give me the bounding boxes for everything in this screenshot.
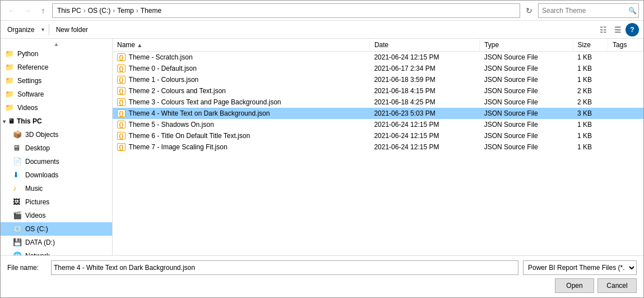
folder-icon bbox=[5, 76, 14, 85]
sidebar-item-pictures[interactable]: Pictures bbox=[1, 195, 112, 209]
table-row[interactable]: Theme 4 - White Text on Dark Background.… bbox=[113, 108, 643, 119]
file-area[interactable]: Name ▲ Date Type Size Tag bbox=[113, 39, 643, 255]
col-header-type[interactable]: Type bbox=[480, 39, 573, 52]
sidebar-item-reference[interactable]: Reference bbox=[1, 61, 112, 74]
sidebar-item-music[interactable]: Music bbox=[1, 182, 112, 195]
sidebar-item-label: Desktop bbox=[25, 144, 50, 152]
table-row[interactable]: Theme 7 - Image Scaling Fit.json 2021-06… bbox=[113, 141, 643, 153]
nav-forward-button[interactable]: → bbox=[21, 4, 34, 17]
cancel-button[interactable]: Cancel bbox=[597, 278, 637, 293]
file-name-cell: Theme 0 - Default.json bbox=[113, 63, 369, 74]
folder-icon bbox=[13, 171, 22, 180]
file-icon: Theme 7 - Image Scaling Fit.json bbox=[117, 143, 228, 151]
thispc-icon: 🖥 bbox=[8, 117, 15, 125]
file-name-cell: Theme 7 - Image Scaling Fit.json bbox=[113, 141, 369, 153]
folder-icon bbox=[13, 198, 22, 207]
table-row[interactable]: Theme 0 - Default.json 2021-06-17 2:34 P… bbox=[113, 63, 643, 74]
folder-icon bbox=[13, 157, 22, 166]
table-row[interactable]: Theme 1 - Colours.json 2021-06-18 3:59 P… bbox=[113, 74, 643, 85]
new-folder-button[interactable]: New folder bbox=[54, 25, 90, 35]
json-file-icon bbox=[117, 132, 126, 140]
json-file-icon bbox=[117, 98, 126, 106]
breadcrumb-thispc[interactable]: This PC bbox=[57, 7, 81, 15]
file-name: Theme 4 - White Text on Dark Background.… bbox=[129, 109, 270, 117]
table-row[interactable]: Theme 2 - Colours and Text.json 2021-06-… bbox=[113, 85, 643, 97]
breadcrumb-sep1: › bbox=[84, 7, 86, 15]
view-options-button[interactable]: ☷ bbox=[596, 23, 610, 36]
sidebar-item-label: Downloads bbox=[25, 171, 58, 179]
change-view-button[interactable]: ☰ bbox=[611, 23, 624, 36]
file-icon: Theme 1 - Colours.json bbox=[117, 76, 198, 84]
sidebar-item-software[interactable]: Software bbox=[1, 88, 112, 101]
file-date-cell: 2021-06-24 12:15 PM bbox=[369, 130, 479, 141]
file-type-cell: JSON Source File bbox=[480, 141, 573, 153]
breadcrumb[interactable]: This PC › OS (C:) › Temp › Theme bbox=[52, 3, 520, 18]
search-icon: 🔍 bbox=[628, 7, 637, 15]
sidebar-item-label: Documents bbox=[25, 158, 59, 166]
file-name-cell: Theme - Scratch.json bbox=[113, 52, 369, 63]
file-size-cell: 2 KB bbox=[573, 85, 608, 97]
sidebar-item-videos-top[interactable]: Videos bbox=[1, 101, 112, 114]
file-tags-cell bbox=[608, 85, 643, 97]
folder-icon bbox=[13, 211, 22, 220]
file-date-cell: 2021-06-24 12:15 PM bbox=[369, 119, 479, 130]
sidebar-item-label: Music bbox=[25, 185, 43, 192]
folder-icon bbox=[5, 63, 14, 72]
sidebar-item-network[interactable]: Network bbox=[1, 249, 112, 255]
file-date-cell: 2021-06-18 3:59 PM bbox=[369, 74, 479, 85]
breadcrumb-temp[interactable]: Temp bbox=[117, 7, 133, 15]
nav-up-button[interactable]: ↑ bbox=[36, 4, 50, 17]
address-bar: ← → ↑ This PC › OS (C:) › Temp › Theme ↻… bbox=[1, 1, 643, 21]
nav-back-button[interactable]: ← bbox=[5, 4, 18, 17]
file-name: Theme 6 - Title On Default Title Text.js… bbox=[129, 132, 251, 140]
breadcrumb-drive[interactable]: OS (C:) bbox=[88, 7, 111, 15]
table-row[interactable]: Theme 5 - Shadows On.json 2021-06-24 12:… bbox=[113, 119, 643, 130]
file-icon: Theme 2 - Colours and Text.json bbox=[117, 87, 226, 95]
sidebar-item-downloads[interactable]: Downloads bbox=[1, 168, 112, 182]
filename-input[interactable] bbox=[51, 260, 518, 275]
sidebar-thispc-section[interactable]: ▾ 🖥 This PC bbox=[1, 114, 112, 128]
table-row[interactable]: Theme 6 - Title On Default Title Text.js… bbox=[113, 130, 643, 141]
view-icons: ☷ ☰ ? bbox=[596, 23, 639, 36]
table-row[interactable]: Theme - Scratch.json 2021-06-24 12:15 PM… bbox=[113, 52, 643, 63]
sidebar-item-desktop[interactable]: Desktop bbox=[1, 141, 112, 155]
file-name-cell: Theme 6 - Title On Default Title Text.js… bbox=[113, 130, 369, 141]
sidebar-scroll-up[interactable]: ▲ bbox=[1, 41, 112, 47]
folder-icon bbox=[5, 90, 14, 99]
file-name-cell: Theme 4 - White Text on Dark Background.… bbox=[113, 108, 369, 119]
refresh-button[interactable]: ↻ bbox=[522, 4, 536, 17]
sidebar-item-python[interactable]: Python bbox=[1, 47, 112, 61]
col-header-size[interactable]: Size bbox=[573, 39, 608, 52]
breadcrumb-theme[interactable]: Theme bbox=[141, 7, 161, 15]
col-header-name[interactable]: Name ▲ bbox=[113, 39, 369, 52]
sidebar-item-datad[interactable]: DATA (D:) bbox=[1, 236, 112, 249]
col-header-tags[interactable]: Tags bbox=[608, 39, 643, 52]
json-file-icon bbox=[117, 121, 126, 129]
toolbar: Organize ▾ New folder ☷ ☰ ? bbox=[1, 21, 643, 39]
sidebar-item-label: DATA (D:) bbox=[25, 239, 55, 246]
file-type-cell: JSON Source File bbox=[480, 119, 573, 130]
search-input[interactable] bbox=[542, 7, 626, 15]
file-name: Theme 2 - Colours and Text.json bbox=[129, 87, 226, 95]
file-type-cell: JSON Source File bbox=[480, 97, 573, 108]
organize-button[interactable]: Organize bbox=[5, 25, 37, 35]
help-button[interactable]: ? bbox=[626, 23, 639, 36]
file-size-cell: 1 KB bbox=[573, 119, 608, 130]
sidebar-item-3dobjects[interactable]: 3D Objects bbox=[1, 128, 112, 141]
main-content: ▲ Python Reference Settings Software Vid… bbox=[1, 39, 643, 255]
filetype-select[interactable]: Power BI Report Theme Files (*. bbox=[523, 260, 637, 275]
file-type-cell: JSON Source File bbox=[480, 108, 573, 119]
file-icon: Theme 5 - Shadows On.json bbox=[117, 121, 214, 129]
file-open-dialog: ← → ↑ This PC › OS (C:) › Temp › Theme ↻… bbox=[0, 0, 644, 298]
col-tags-label: Tags bbox=[613, 41, 627, 49]
sidebar-item-documents[interactable]: Documents bbox=[1, 155, 112, 168]
file-date-cell: 2021-06-23 5:03 PM bbox=[369, 108, 479, 119]
col-header-date[interactable]: Date bbox=[369, 39, 479, 52]
table-row[interactable]: Theme 3 - Colours Text and Page Backgrou… bbox=[113, 97, 643, 108]
sidebar-item-osc[interactable]: OS (C:) bbox=[1, 222, 112, 236]
open-button[interactable]: Open bbox=[555, 278, 594, 293]
sidebar-item-settings[interactable]: Settings bbox=[1, 74, 112, 88]
file-size-cell: 1 KB bbox=[573, 130, 608, 141]
file-tags-cell bbox=[608, 63, 643, 74]
sidebar-item-videos[interactable]: Videos bbox=[1, 209, 112, 222]
